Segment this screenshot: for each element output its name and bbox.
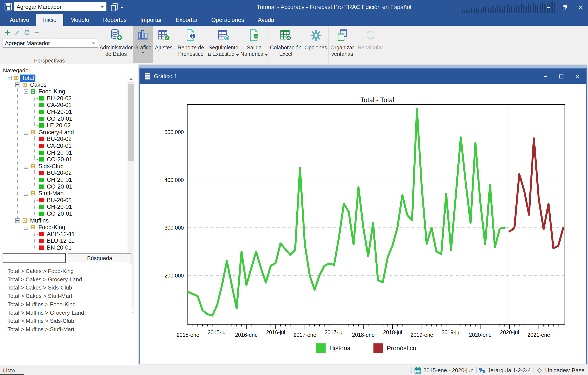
add-button[interactable] xyxy=(3,29,11,37)
salida-num-rica-button[interactable]: Salida Numérica xyxy=(240,26,268,63)
administrador-de-datos-button[interactable]: Administrador de Datos xyxy=(99,26,133,63)
tab-archivo[interactable]: Archivo xyxy=(3,14,36,26)
close-button[interactable] xyxy=(575,3,587,11)
chevron-down-icon[interactable] xyxy=(92,42,95,44)
minimize-button[interactable] xyxy=(543,3,555,11)
tree-item-bu-20-02[interactable]: BU-20-02 xyxy=(1,197,127,204)
chart-minimize-button[interactable] xyxy=(539,73,551,80)
quick-access-caret-icon[interactable] xyxy=(121,6,124,9)
path-item[interactable]: Total > Muffins > Grocery-Land xyxy=(8,310,84,316)
chart-maximize-button[interactable] xyxy=(555,73,567,80)
ribbon: Agregar Marcador Perspectivas Administra… xyxy=(0,26,588,64)
tree-item-grocery-land[interactable]: Grocery-Land xyxy=(1,129,127,136)
tree-item-co-20-01[interactable]: CO-20-01 xyxy=(1,115,127,122)
chevron-down-icon[interactable] xyxy=(101,6,104,8)
tree-item-total[interactable]: Total xyxy=(1,74,127,81)
collapse-toggle[interactable] xyxy=(24,225,28,229)
path-item[interactable]: Total > Cakes > Food-King xyxy=(8,268,74,274)
tree-item-le-20-02[interactable]: LE-20-02 xyxy=(1,122,127,129)
chart-close-button[interactable] xyxy=(571,73,583,80)
tree-item-ch-20-01[interactable]: CH-20-01 xyxy=(1,149,127,156)
green-square-icon xyxy=(39,96,44,101)
tab-exportar[interactable]: Exportar xyxy=(169,14,204,26)
tab-ayuda[interactable]: Ayuda xyxy=(251,14,281,26)
collapse-toggle[interactable] xyxy=(24,89,28,94)
tree-item-bn-20-01[interactable]: BN-20-01 xyxy=(1,244,127,251)
tree-item-co-20-01[interactable]: CO-20-01 xyxy=(1,183,127,190)
ajustes-button[interactable]: Ajustes xyxy=(153,26,175,63)
colaboraci-n-excel-button[interactable]: Colaboración Excel xyxy=(268,26,303,63)
status-units[interactable]: Unidades: Base xyxy=(536,367,585,374)
legend-pronostico: Pronóstico xyxy=(373,344,416,353)
marker-combobox[interactable]: Agregar Marcador xyxy=(14,2,106,11)
hamburger-menu-icon[interactable] xyxy=(144,72,151,81)
ribbon-buttons: Administrador de DatosGráficoAjustesRepo… xyxy=(99,26,385,63)
collapse-toggle[interactable] xyxy=(24,130,28,135)
tab-modelo[interactable]: Modelo xyxy=(63,14,96,26)
tree-item-ca-20-01[interactable]: CA-20-01 xyxy=(1,102,127,108)
tree-item-label: Total xyxy=(20,74,35,82)
tree-item-app-12-11[interactable]: APP-12-11 xyxy=(1,231,127,238)
tree-connector xyxy=(34,139,38,139)
edit-button[interactable] xyxy=(13,29,21,37)
path-item[interactable]: Total > Cakes > Grocery-Land xyxy=(8,276,82,283)
tree-item-bu-20-02[interactable]: BU-20-02 xyxy=(1,95,127,102)
collapse-toggle[interactable] xyxy=(7,76,11,80)
path-item[interactable]: Total > Muffins > Sids-Club xyxy=(8,318,74,324)
restore-button[interactable] xyxy=(559,3,571,11)
path-item[interactable]: Total > Muffins > Food-King xyxy=(8,301,76,308)
tree-item-ch-20-01[interactable]: CH-20-01 xyxy=(1,203,127,210)
scroll-up-button[interactable] xyxy=(128,75,134,83)
chevron-down-icon[interactable] xyxy=(142,52,145,54)
tab-inicio[interactable]: Inicio xyxy=(36,14,63,26)
seguimiento-a-exactitud-button[interactable]: Seguimiento a Exactitud xyxy=(207,26,240,63)
tree-item-bu-20-02[interactable]: BU-20-02 xyxy=(1,135,127,142)
tree-item-label: CA-20-01 xyxy=(45,102,73,109)
reporte-de-pron-stico-button[interactable]: Reporte de Pronóstico xyxy=(175,26,207,63)
collapse-toggle[interactable] xyxy=(15,83,20,87)
cascade-windows-icon xyxy=(336,28,349,43)
path-item[interactable]: Total > Cakes > Sids-Club xyxy=(8,284,72,291)
tree-item-ca-20-01[interactable]: CA-20-01 xyxy=(1,142,127,149)
undo-button[interactable] xyxy=(23,29,31,37)
search-button[interactable]: Búsqueda xyxy=(68,253,131,263)
tree-item-muffins[interactable]: Muffins xyxy=(1,217,127,224)
status-hierarchy-text: Jerarquía 1-2-3-4 xyxy=(488,367,531,374)
red-square-icon xyxy=(39,171,44,175)
arrow-up-icon xyxy=(129,78,133,80)
tree-item-co-20-01[interactable]: CO-20-01 xyxy=(1,210,127,217)
perspective-combobox[interactable]: Agregar Marcador xyxy=(3,38,98,48)
save-icon[interactable] xyxy=(4,3,12,12)
organizar-ventanas-button[interactable]: Organizar ventanas xyxy=(329,26,356,63)
collapse-toggle[interactable] xyxy=(15,218,20,223)
status-right: 2015-ene - 2020-jun Jerarquía 1-2-3-4 Un… xyxy=(411,365,585,375)
green-group-square-icon xyxy=(31,89,35,94)
collapse-toggle[interactable] xyxy=(24,164,28,169)
gr-fico-button[interactable]: Gráfico xyxy=(133,26,153,63)
tree-item-cakes[interactable]: Cakes xyxy=(1,81,127,88)
tree-item-co-20-01[interactable]: CO-20-01 xyxy=(1,156,127,163)
tree-item-blu-12-11[interactable]: BLU-12-11 xyxy=(1,237,127,244)
search-input[interactable] xyxy=(3,253,66,263)
path-item[interactable]: Total > Muffins > Stuff-Mart xyxy=(8,326,74,333)
tree-item-ch-20-01[interactable]: CH-20-01 xyxy=(1,108,127,115)
tree-item-label: CO-20-01 xyxy=(45,183,74,190)
opciones-button[interactable]: Opciones xyxy=(303,26,329,63)
tab-operaciones[interactable]: Operaciones xyxy=(204,14,251,26)
tree-item-sids-club[interactable]: Sids-Club xyxy=(1,163,127,170)
path-item[interactable]: Total > Cakes > Stuff-Mart xyxy=(8,293,72,299)
tab-importar[interactable]: Importar xyxy=(133,14,169,26)
tree-item-bu-20-02[interactable]: BU-20-02 xyxy=(1,169,127,176)
remove-button[interactable] xyxy=(33,29,41,37)
scrollbar-thumb[interactable] xyxy=(128,84,134,161)
orange-square-icon xyxy=(22,219,27,223)
status-hierarchy[interactable]: Jerarquía 1-2-3-4 xyxy=(479,367,531,374)
collapse-toggle[interactable] xyxy=(24,191,28,196)
tree-item-stuff-mart[interactable]: Stuff-Mart xyxy=(1,190,127,197)
tree-item-food-king[interactable]: Food-King xyxy=(1,224,127,231)
switch-window-icon[interactable] xyxy=(110,3,119,12)
tree-item-food-king[interactable]: Food-King xyxy=(1,88,127,95)
status-date-range[interactable]: 2015-ene - 2020-jun xyxy=(414,367,473,374)
tree-item-ch-20-01[interactable]: CH-20-01 xyxy=(1,176,127,183)
tab-reportes[interactable]: Reportes xyxy=(96,14,134,26)
